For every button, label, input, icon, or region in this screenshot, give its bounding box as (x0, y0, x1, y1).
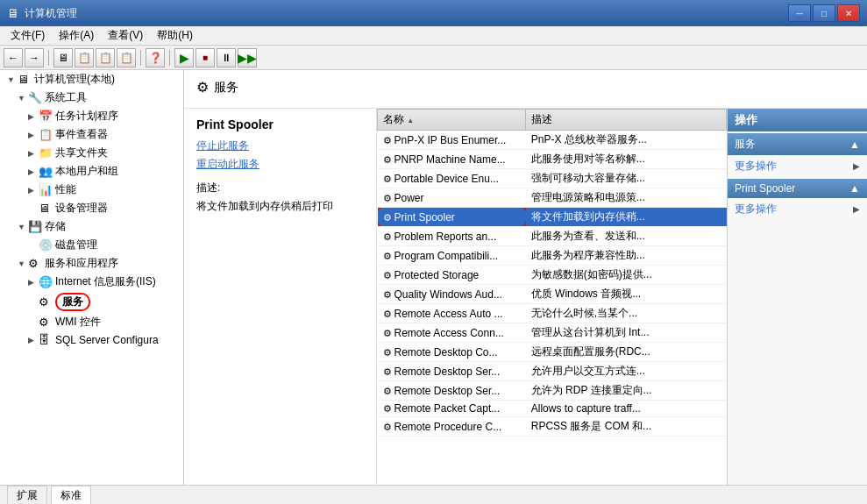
col-name[interactable]: 名称 ▲ (378, 110, 526, 131)
expand-icon-perf: ▶ (28, 186, 39, 195)
toolbar-btn-2[interactable]: 📋 (75, 48, 94, 67)
expand-icon-event: ▶ (28, 131, 39, 139)
services-header-title: 服务 (214, 80, 238, 96)
table-row[interactable]: ⚙PnP-X IP Bus Enumer...PnP-X 总线枚举器服务... (378, 131, 727, 150)
table-row[interactable]: ⚙Remote Desktop Ser...允许为 RDP 连接重定向... (378, 381, 727, 401)
actions-more-label-1: 更多操作 (735, 159, 777, 174)
service-desc: 此服务为查看、发送和... (526, 227, 727, 246)
storage-label: 存储 (45, 219, 66, 234)
minimize-button[interactable]: ─ (788, 4, 811, 22)
service-icon: ⚙ (383, 251, 392, 261)
table-row[interactable]: ⚙Power管理电源策略和电源策... (378, 188, 727, 208)
service-desc: 管理从这台计算机到 Int... (526, 323, 727, 343)
expand-icon-sql: ▶ (28, 336, 39, 344)
sort-arrow-name: ▲ (407, 117, 414, 124)
sidebar-item-iis[interactable]: ▶ 🌐 Internet 信息服务(IIS) (0, 273, 183, 291)
sidebar-item-sql[interactable]: ▶ 🗄 SQL Server Configura (0, 331, 183, 349)
service-name: Remote Desktop Ser... (394, 385, 501, 397)
table-row[interactable]: ⚙Remote Packet Capt...Allows to capture … (378, 401, 727, 417)
tab-standard[interactable]: 标准 (51, 486, 91, 505)
services-header: ⚙ 服务 (184, 70, 867, 109)
restart-service-link[interactable]: 重启动此服务 (196, 157, 364, 172)
window-controls[interactable]: ─ □ ✕ (788, 4, 860, 22)
close-button[interactable]: ✕ (837, 4, 860, 22)
sidebar-item-local-users[interactable]: ▶ 👥 本地用户和组 (0, 162, 183, 181)
col-desc[interactable]: 描述 (526, 110, 727, 131)
sidebar-item-event-viewer[interactable]: ▶ 📋 事件查看器 (0, 125, 183, 144)
toolbar-btn-3[interactable]: 📋 (96, 48, 115, 67)
expand-icon-storage: ▼ (18, 223, 28, 231)
table-row[interactable]: ⚙Print Spooler将文件加载到内存供稍... (378, 208, 727, 227)
sidebar-item-root[interactable]: ▼ 🖥 计算机管理(本地) (0, 70, 183, 89)
service-desc: PnP-X 总线枚举器服务... (526, 131, 727, 150)
sidebar-item-disk-mgmt[interactable]: 💿 磁盘管理 (0, 236, 183, 254)
service-name: Remote Desktop Co... (394, 346, 498, 358)
system-tools-icon: 🔧 (28, 91, 42, 105)
sidebar-item-services[interactable]: ⚙ 服务 (0, 291, 183, 313)
service-name: PNRP Machine Name... (394, 153, 506, 166)
pause-button[interactable]: ⏸ (217, 48, 236, 67)
actions-section-print-spooler: Print Spooler ▲ (728, 179, 867, 198)
root-label: 计算机管理(本地) (34, 72, 115, 87)
stop-button[interactable]: ■ (195, 48, 215, 67)
tab-expand[interactable]: 扩展 (7, 486, 47, 505)
service-desc: 将文件加载到内存供稍... (526, 208, 727, 227)
sql-icon: 🗄 (39, 333, 53, 347)
disk-icon: 💿 (39, 238, 53, 252)
sidebar-item-wmi[interactable]: ⚙ WMI 控件 (0, 313, 183, 331)
sidebar-item-task-scheduler[interactable]: ▶ 📅 任务计划程序 (0, 107, 183, 125)
maximize-button[interactable]: □ (813, 4, 835, 22)
table-row[interactable]: ⚙Program Compatibili...此服务为程序兼容性助... (378, 246, 727, 266)
forward-button[interactable]: → (25, 48, 44, 67)
table-row[interactable]: ⚙Protected Storage为敏感数据(如密码)提供... (378, 266, 727, 285)
menu-action[interactable]: 操作(A) (52, 26, 101, 45)
desc-label: 描述: (196, 181, 364, 195)
service-icon: ⚙ (383, 422, 392, 432)
table-row[interactable]: ⚙Remote Desktop Co...远程桌面配置服务(RDC... (378, 343, 727, 362)
table-row[interactable]: ⚙Remote Access Conn...管理从这台计算机到 Int... (378, 323, 727, 343)
stop-service-link[interactable]: 停止此服务 (196, 138, 364, 153)
title-bar-left: 🖥 计算机管理 (7, 6, 77, 21)
toolbar-btn-1[interactable]: 🖥 (53, 48, 73, 67)
service-desc: 无论什么时候,当某个... (526, 304, 727, 323)
service-icon: ⚙ (383, 193, 392, 203)
desc-text: 将文件加载到内存供稍后打印 (196, 199, 364, 214)
table-row[interactable]: ⚙Quality Windows Aud...优质 Windows 音频视... (378, 285, 727, 304)
step-button[interactable]: ▶▶ (238, 48, 257, 67)
service-desc: 优质 Windows 音频视... (526, 285, 727, 304)
computer-icon: 🖥 (18, 73, 32, 87)
sidebar-item-device-manager[interactable]: 🖥 设备管理器 (0, 199, 183, 217)
sidebar-item-shared-folders[interactable]: ▶ 📁 共享文件夹 (0, 144, 183, 162)
back-button[interactable]: ← (4, 48, 23, 67)
table-row[interactable]: ⚙Remote Procedure C...RPCSS 服务是 COM 和... (378, 417, 727, 437)
service-icon: ⚙ (383, 174, 392, 184)
sidebar-item-performance[interactable]: ▶ 📊 性能 (0, 181, 183, 199)
menu-help[interactable]: 帮助(H) (150, 26, 200, 45)
table-row[interactable]: ⚙Remote Desktop Ser...允许用户以交互方式连... (378, 362, 727, 381)
table-row[interactable]: ⚙Remote Access Auto ...无论什么时候,当某个... (378, 304, 727, 323)
menu-bar: 文件(F) 操作(A) 查看(V) 帮助(H) (0, 26, 867, 46)
sql-label: SQL Server Configura (55, 334, 159, 346)
wmi-icon: ⚙ (39, 316, 53, 330)
service-name: Remote Desktop Ser... (394, 366, 501, 378)
actions-more-2[interactable]: 更多操作 ▶ (728, 198, 867, 220)
play-button[interactable]: ▶ (174, 48, 194, 67)
sidebar-item-services-apps[interactable]: ▼ ⚙ 服务和应用程序 (0, 254, 183, 273)
menu-view[interactable]: 查看(V) (101, 26, 150, 45)
table-row[interactable]: ⚙PNRP Machine Name...此服务使用对等名称解... (378, 150, 727, 169)
left-panel: Print Spooler 停止此服务 重启动此服务 描述: 将文件加载到内存供… (184, 109, 377, 485)
table-row[interactable]: ⚙Problem Reports an...此服务为查看、发送和... (378, 227, 727, 246)
toolbar-btn-4[interactable]: 📋 (117, 48, 136, 67)
services-header-icon: ⚙ (196, 79, 209, 96)
service-icon: ⚙ (383, 366, 392, 377)
services-table-container[interactable]: 名称 ▲ 描述 ⚙PnP-X IP Bus Enumer...PnP-X 总线枚… (377, 109, 727, 485)
actions-more-1[interactable]: 更多操作 ▶ (728, 155, 867, 177)
sidebar-item-system-tools[interactable]: ▼ 🔧 系统工具 (0, 89, 183, 107)
table-row[interactable]: ⚙Portable Device Enu...强制可移动大容量存储... (378, 169, 727, 188)
sidebar-item-storage[interactable]: ▼ 💾 存储 (0, 217, 183, 236)
status-bar: 扩展 标准 (0, 485, 867, 504)
menu-file[interactable]: 文件(F) (4, 26, 52, 45)
actions-collapse-icon-2: ▲ (849, 182, 860, 195)
sidebar: ▼ 🖥 计算机管理(本地) ▼ 🔧 系统工具 ▶ 📅 任务计划程序 ▶ 📋 事件… (0, 70, 184, 485)
help-button[interactable]: ❓ (146, 48, 165, 67)
